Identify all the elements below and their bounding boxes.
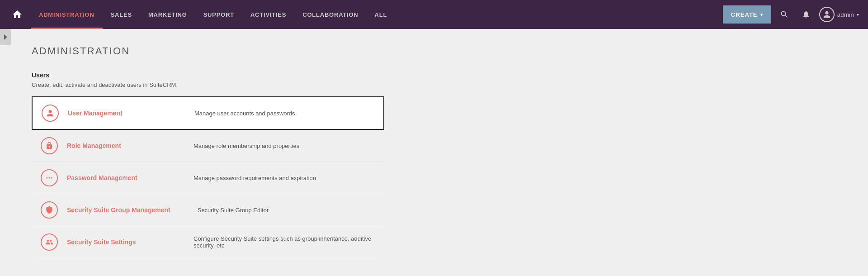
admin-list-item: Password Management Manage password requ… <box>32 162 384 194</box>
user-avatar <box>819 7 835 22</box>
nav-item-all[interactable]: ALL <box>367 0 396 29</box>
svg-point-1 <box>46 177 47 179</box>
item-link-0[interactable]: User Management <box>68 109 167 117</box>
item-icon-0 <box>42 105 59 122</box>
admin-list-item: User Management Manage user accounts and… <box>32 96 384 130</box>
create-chevron-icon: ▾ <box>760 12 763 17</box>
nav-item-activities[interactable]: ACTIVITIES <box>242 0 294 29</box>
item-desc-1: Manage role membership and properties <box>193 143 299 149</box>
item-link-1[interactable]: Role Management <box>67 142 166 149</box>
notifications-button[interactable] <box>797 6 815 23</box>
svg-point-2 <box>49 177 50 179</box>
users-section: Users Create, edit, activate and deactiv… <box>32 71 850 258</box>
item-icon-4 <box>41 233 58 251</box>
item-link-3[interactable]: Security Suite Group Management <box>67 206 170 214</box>
search-button[interactable] <box>776 6 793 23</box>
svg-marker-0 <box>4 34 7 40</box>
svg-point-3 <box>51 177 52 179</box>
section-desc: Create, edit, activate and deactivate us… <box>32 81 850 88</box>
admin-list: User Management Manage user accounts and… <box>32 96 850 258</box>
item-icon-1 <box>41 137 58 154</box>
nav-right: CREATE ▾ admin ▾ <box>723 5 859 24</box>
item-desc-4: Configure Security Suite settings such a… <box>193 235 375 249</box>
main-content: ADMINISTRATION Users Create, edit, activ… <box>14 29 868 276</box>
item-link-2[interactable]: Password Management <box>67 174 166 181</box>
item-desc-3: Security Suite Group Editor <box>198 207 269 214</box>
home-button[interactable] <box>7 5 27 24</box>
admin-list-item: Role Management Manage role membership a… <box>32 130 384 162</box>
admin-list-item: Security Suite Settings Configure Securi… <box>32 226 384 258</box>
item-desc-2: Manage password requirements and expirat… <box>193 175 316 181</box>
nav-item-marketing[interactable]: MARKETING <box>140 0 195 29</box>
nav-item-support[interactable]: SUPPORT <box>195 0 242 29</box>
admin-list-item: Security Suite Group Management Security… <box>32 194 384 226</box>
sidebar-toggle[interactable] <box>0 29 11 45</box>
nav-items: ADMINISTRATION SALES MARKETING SUPPORT A… <box>31 0 723 29</box>
create-label: CREATE <box>731 11 758 18</box>
section-heading: Users <box>32 71 850 79</box>
item-desc-0: Manage user accounts and passwords <box>194 110 295 117</box>
nav-item-administration[interactable]: ADMINISTRATION <box>31 0 103 29</box>
page-title: ADMINISTRATION <box>32 45 850 57</box>
item-icon-2 <box>41 169 58 186</box>
item-link-4[interactable]: Security Suite Settings <box>67 238 166 246</box>
user-menu[interactable]: admin ▾ <box>819 7 859 22</box>
user-label: admin <box>837 11 854 18</box>
nav-item-sales[interactable]: SALES <box>103 0 140 29</box>
user-chevron-icon: ▾ <box>857 12 859 17</box>
nav-item-collaboration[interactable]: COLLABORATION <box>294 0 366 29</box>
create-button[interactable]: CREATE ▾ <box>723 5 771 24</box>
item-icon-3 <box>41 201 58 219</box>
top-nav: ADMINISTRATION SALES MARKETING SUPPORT A… <box>0 0 868 29</box>
